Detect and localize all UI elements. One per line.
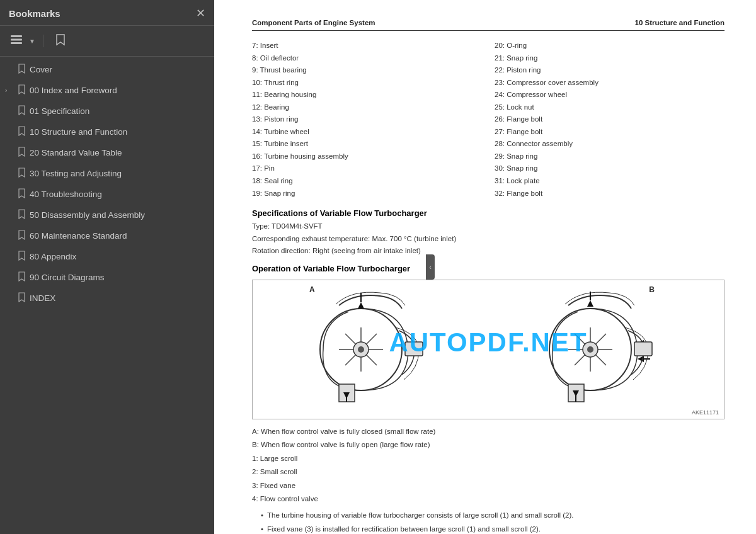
bookmark-item-90[interactable]: 90 Circuit Diagrams [0,267,214,288]
bullet-text: Fixed vane (3) is installed for rectific… [267,523,541,534]
part-item: 7: Insert [252,40,482,52]
bookmark-item-cover[interactable]: Cover [0,59,214,80]
bookmark-item-80[interactable]: 80 Appendix [0,246,214,267]
part-item: 24: Compressor wheel [495,89,724,101]
bookmark-icon [18,105,26,117]
svg-marker-15 [358,302,364,309]
bookmark-label: 90 Circuit Diagrams [30,273,105,282]
svg-marker-32 [587,300,593,307]
bookmark-label: 10 Structure and Function [30,127,127,137]
bookmark-item-20[interactable]: 20 Standard Value Table [0,142,214,163]
spec-line: Corresponding exhaust temperature: Max. … [252,233,724,246]
list-icon [10,34,23,45]
part-item: 22: Piston ring [495,64,724,77]
part-item: 29: Snap ring [495,151,724,163]
parts-columns: 7: Insert8: Oil deflector9: Thrust beari… [252,40,724,200]
svg-point-13 [358,346,364,353]
bullet-dot: • [261,509,263,522]
svg-point-30 [587,346,593,353]
bookmark-list: Cover›00 Index and Foreword 01 Specifica… [0,57,214,534]
bookmark-icon [18,126,26,138]
bookmark-label: 01 Specification [30,106,89,116]
caption-line: 3: Fixed vane [252,480,724,492]
part-item: 18: Seal ring [252,175,482,188]
part-item: 26: Flange bolt [495,113,724,126]
spec-line: Rotation direction: Right (seeing from a… [252,245,724,258]
svg-rect-40 [634,342,652,356]
caption-line: A: When flow control valve is fully clos… [252,426,724,438]
bookmark-item-index[interactable]: INDEX [0,288,214,309]
part-item: 31: Lock plate [495,175,724,188]
spec-heading: Specifications of Variable Flow Turbocha… [252,208,724,218]
part-item: 8: Oil deflector [252,52,482,65]
bookmark-icon [18,251,26,263]
part-item: 15: Turbine insert [252,138,482,151]
diagram-label-a: A [309,285,315,294]
part-item: 28: Connector assembly [495,138,724,151]
spec-lines: Type: TD04M4t-SVFTCorresponding exhaust … [252,220,724,258]
bookmark-item-40[interactable]: 40 Troubleshooting [0,184,214,205]
part-item: 25: Lock nut [495,101,724,114]
bookmark-view-button[interactable] [51,31,70,51]
svg-rect-0 [11,35,22,37]
svg-rect-1 [11,39,22,41]
caption-line: 2: Small scroll [252,466,724,479]
diagram-ref: AKE11171 [692,409,719,416]
op-heading: Operation of Variable Flow Turbocharger [252,264,724,273]
diagram-box: A B [252,280,724,419]
sidebar: Bookmarks ✕ ▼ Cover›00 Index and Forewor… [0,0,214,534]
page-header-left: Component Parts of Engine System [252,19,375,26]
part-item: 9: Thrust bearing [252,64,482,77]
bookmark-item-01[interactable]: 01 Specification [0,101,214,122]
bookmark-icon [18,271,26,283]
bookmark-icon [18,147,26,159]
bookmark-icon [18,188,26,200]
parts-col-left: 7: Insert8: Oil deflector9: Thrust beari… [252,40,482,200]
bookmark-item-50[interactable]: 50 Disassembly and Assembly [0,205,214,225]
caption-line: 1: Large scroll [252,453,724,465]
bookmark-item-60[interactable]: 60 Maintenance Standard [0,225,214,246]
bullet-item: •The turbine housing of variable flow tu… [252,509,724,522]
svg-rect-2 [11,42,22,44]
part-item: 21: Snap ring [495,52,724,65]
captions-container: A: When flow control valve is fully clos… [252,426,724,506]
svg-rect-19 [405,342,423,356]
bookmark-label: INDEX [30,293,55,303]
spec-line: Type: TD04M4t-SVFT [252,220,724,233]
bullet-text: The turbine housing of variable flow tur… [267,509,573,522]
bookmark-icon [18,168,26,179]
part-item: 16: Turbine housing assembly [252,151,482,163]
list-view-button[interactable] [6,31,26,50]
part-item: 27: Flange bolt [495,126,724,139]
part-item: 32: Flange bolt [495,188,724,200]
bookmark-item-10[interactable]: 10 Structure and Function [0,122,214,142]
bookmark-label: 30 Testing and Adjusting [30,169,122,178]
bookmark-label: 40 Troubleshooting [30,190,102,199]
bookmark-icon [18,209,26,221]
chevron-icon: › [5,87,14,94]
collapse-sidebar-button[interactable]: ‹ [426,254,435,280]
parts-col-right: 20: O-ring21: Snap ring22: Piston ring23… [495,40,724,200]
bookmark-item-00[interactable]: ›00 Index and Foreword [0,80,214,101]
sidebar-toolbar: ▼ [0,26,214,57]
close-button[interactable]: ✕ [196,8,205,19]
part-item: 12: Bearing [252,101,482,114]
part-item: 23: Compressor cover assembly [495,77,724,89]
part-item: 10: Thrust ring [252,77,482,89]
part-item: 19: Snap ring [252,188,482,200]
caption-line: 4: Flow control valve [252,493,724,506]
bookmark-label: 80 Appendix [30,252,76,261]
part-item: 13: Piston ring [252,113,482,126]
turbo-diagram-right [534,287,672,412]
bookmark-icon [18,292,26,304]
bullet-item: •Fixed vane (3) is installed for rectifi… [252,523,724,534]
bullet-dot: • [261,523,263,534]
part-item: 11: Bearing housing [252,89,482,101]
bookmark-item-30[interactable]: 30 Testing and Adjusting [0,163,214,184]
bookmark-label: 00 Index and Foreword [30,86,117,95]
bookmark-icon [55,33,66,46]
bullets-container: •The turbine housing of variable flow tu… [252,509,724,534]
caption-line: B: When flow control valve is fully open… [252,439,724,452]
bookmark-icon [18,64,26,76]
page-content: Component Parts of Engine System 10 Stru… [214,0,756,534]
